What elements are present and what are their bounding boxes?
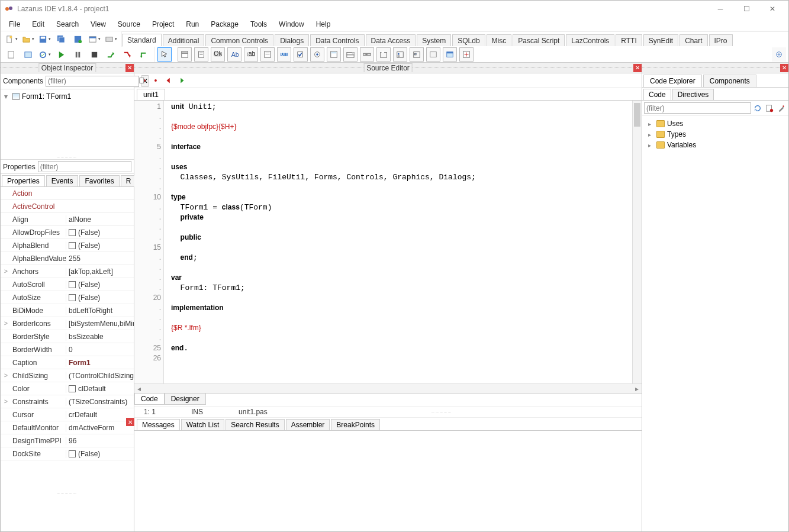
palette-tab-synedit[interactable]: SynEdit xyxy=(643,34,678,47)
prop-row-allowdropfiles[interactable]: AllowDropFiles(False) xyxy=(1,226,134,239)
palette-tab-system[interactable]: System xyxy=(417,34,451,47)
prop-row-activecontrol[interactable]: ActiveControl xyxy=(1,200,134,213)
menu-view[interactable]: View xyxy=(85,19,112,30)
editor-horizontal-scrollbar[interactable]: ◂▸ xyxy=(134,383,642,393)
toggle-button[interactable]: ▾ xyxy=(37,48,52,61)
ce-item-uses[interactable]: ▸Uses xyxy=(645,118,786,129)
pause-button[interactable] xyxy=(70,48,85,61)
palette-tab-misc[interactable]: Misc xyxy=(487,34,512,47)
editor-vertical-scrollbar[interactable] xyxy=(632,101,642,383)
jump-back-dropdown[interactable] xyxy=(137,75,149,86)
tradiogroup-button[interactable] xyxy=(393,47,407,62)
oi-tab-events[interactable]: Events xyxy=(46,175,79,186)
prop-row-borderwidth[interactable]: BorderWidth0 xyxy=(1,343,134,356)
prop-row-align[interactable]: AlignalNone xyxy=(1,213,134,226)
tactionlist-button[interactable] xyxy=(459,47,474,62)
status-grip[interactable]: ┄┄┄┄┄ xyxy=(431,410,452,415)
menu-source[interactable]: Source xyxy=(112,19,146,30)
code-editor[interactable]: unit Unit1; {$mode objfpc}{$H+} interfac… xyxy=(164,101,632,383)
ce-top-tab-code-explorer[interactable]: Code Explorer xyxy=(643,75,702,87)
tpanel-button[interactable] xyxy=(426,47,440,62)
minimize-button[interactable]: ─ xyxy=(708,1,733,17)
step-over-button[interactable] xyxy=(103,48,118,61)
msg-tab-breakpoints[interactable]: BreakPoints xyxy=(331,419,380,430)
editor-gutter[interactable]: 1...5....10....15....20....2526 xyxy=(134,101,164,383)
prop-row-action[interactable]: Action xyxy=(1,187,134,200)
palette-tab-pascal-script[interactable]: Pascal Script xyxy=(513,34,565,47)
step-into-button[interactable] xyxy=(120,48,135,61)
step-out-button[interactable] xyxy=(136,48,152,61)
tlabel-button[interactable]: Abc xyxy=(227,47,241,62)
tmainmenu-button[interactable] xyxy=(178,47,192,62)
bottom-tab-code[interactable]: Code xyxy=(134,394,165,405)
prop-row-defaultmonitor[interactable]: DefaultMonitordmActiveForm xyxy=(1,421,134,434)
menu-package[interactable]: Package xyxy=(205,19,244,30)
close-button[interactable]: ✕ xyxy=(760,1,785,17)
object-inspector-close-button[interactable]: ✕ xyxy=(125,64,134,72)
prop-row-borderstyle[interactable]: BorderStylebsSizeable xyxy=(1,330,134,343)
menu-tools[interactable]: Tools xyxy=(244,19,273,30)
jump-forward-button[interactable] xyxy=(176,75,188,86)
new-unit-button[interactable]: ▾ xyxy=(4,33,19,46)
prop-row-constraints[interactable]: >Constraints(TSizeConstraints) xyxy=(1,395,134,408)
history-dot[interactable]: • xyxy=(150,75,162,86)
tedit-button[interactable]: ab| xyxy=(244,47,258,62)
source-tab-unit1[interactable]: unit1 xyxy=(137,89,165,100)
tscrollbar-button[interactable] xyxy=(360,47,374,62)
prop-row-autoscroll[interactable]: AutoScroll(False) xyxy=(1,278,134,291)
options-button[interactable]: ▾ xyxy=(103,33,118,46)
palette-tab-data-access[interactable]: Data Access xyxy=(366,34,416,47)
tmemo-button[interactable] xyxy=(260,47,275,62)
splitter-grip-bottom[interactable]: ┄┄┄┄┄ xyxy=(1,491,134,496)
tframe-button[interactable] xyxy=(443,47,457,62)
ce-sub-tab-code[interactable]: Code xyxy=(643,89,671,100)
menu-run[interactable]: Run xyxy=(180,19,205,30)
tradiobutton-button[interactable] xyxy=(310,47,324,62)
code-explorer-close-button[interactable]: ✕ xyxy=(780,64,788,72)
menu-help[interactable]: Help xyxy=(310,19,337,30)
tpopupmenu-button[interactable] xyxy=(194,47,208,62)
tgroupbox-button[interactable] xyxy=(376,47,391,62)
property-grid[interactable]: ActionActiveControlAlignalNoneAllowDropF… xyxy=(1,187,134,491)
menu-project[interactable]: Project xyxy=(146,19,180,30)
view-units-button[interactable] xyxy=(4,48,19,61)
prop-row-docksite[interactable]: DockSite(False) xyxy=(1,447,134,460)
msg-tab-search-results[interactable]: Search Results xyxy=(226,419,284,430)
palette-tab-data-controls[interactable]: Data Controls xyxy=(310,34,364,47)
bottom-tab-designer[interactable]: Designer xyxy=(165,394,206,405)
view-forms-button[interactable] xyxy=(20,48,36,61)
prop-row-anchors[interactable]: >Anchors[akTop,akLeft] xyxy=(1,265,134,278)
prop-row-childsizing[interactable]: >ChildSizing(TControlChildSizing) xyxy=(1,369,134,382)
oi-tab-properties[interactable]: Properties xyxy=(2,175,45,186)
properties-filter-input[interactable] xyxy=(38,161,131,172)
save-button[interactable]: ▾ xyxy=(37,33,52,46)
msg-tab-messages[interactable]: Messages xyxy=(137,419,180,430)
tbutton-button[interactable]: Ok xyxy=(211,47,225,62)
new-form-button[interactable]: ▾ xyxy=(86,33,102,46)
prop-row-bidimode[interactable]: BiDiModebdLeftToRight xyxy=(1,304,134,317)
tcheckgroup-button[interactable] xyxy=(410,47,424,62)
ce-sub-tab-directives[interactable]: Directives xyxy=(672,89,714,100)
stop-button[interactable] xyxy=(86,48,102,61)
palette-tab-sqldb[interactable]: SQLdb xyxy=(452,34,485,47)
palette-tab-dialogs[interactable]: Dialogs xyxy=(275,34,309,47)
component-tree[interactable]: ▾ Form1: TForm1 xyxy=(1,89,134,154)
ce-mode-button[interactable] xyxy=(764,103,775,114)
palette-tab-additional[interactable]: Additional xyxy=(163,34,205,47)
msg-tab-watch-list[interactable]: Watch List xyxy=(181,419,225,430)
palette-tab-common-controls[interactable]: Common Controls xyxy=(205,34,273,47)
maximize-button[interactable]: ☐ xyxy=(734,1,759,17)
ttogglebox-button[interactable]: on xyxy=(277,47,291,62)
prop-row-color[interactable]: ColorclDefault xyxy=(1,382,134,395)
palette-tab-ipro[interactable]: IPro xyxy=(709,34,733,47)
save-as-button[interactable] xyxy=(70,33,85,46)
tlistbox-button[interactable] xyxy=(327,47,341,62)
run-button[interactable] xyxy=(53,48,69,61)
msg-tab-assembler[interactable]: Assembler xyxy=(286,419,330,430)
prop-row-alphablendvalue[interactable]: AlphaBlendValue255 xyxy=(1,252,134,265)
prop-row-designtimeppi[interactable]: DesignTimePPI96 xyxy=(1,434,134,447)
ce-options-button[interactable] xyxy=(776,103,787,114)
ce-item-variables[interactable]: ▸Variables xyxy=(645,140,786,150)
tcombobox-button[interactable] xyxy=(343,47,358,62)
jump-back-button[interactable] xyxy=(163,75,175,86)
